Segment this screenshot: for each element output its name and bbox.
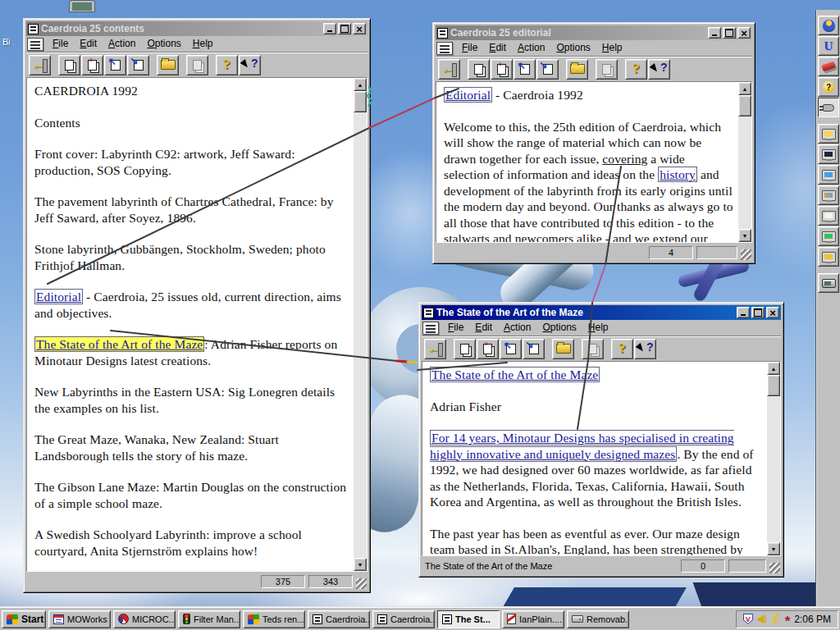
computer-arrow-button[interactable] (818, 165, 839, 185)
computer-photo-button[interactable] (818, 185, 839, 205)
copy-button[interactable] (582, 339, 604, 359)
desktop-icon-label[interactable]: Bi (2, 37, 11, 47)
menu-action[interactable]: Action (498, 321, 536, 335)
scroll-up-button[interactable] (354, 78, 367, 91)
vertical-scrollbar[interactable] (738, 82, 751, 242)
titlebar[interactable]: Caerdroia 25 editorial (436, 25, 752, 40)
link-end-button[interactable] (536, 59, 559, 80)
menu-edit[interactable]: Edit (469, 321, 498, 335)
link-end-button[interactable] (523, 339, 545, 359)
menu-edit[interactable]: Edit (74, 37, 103, 51)
task-microcosm[interactable]: MICROC... (113, 610, 176, 628)
task-state-of-art[interactable]: The St... (437, 610, 500, 628)
task-teds[interactable]: Teds ren... (243, 610, 305, 628)
task-removable[interactable]: Removab... (567, 610, 629, 628)
plug-button[interactable] (818, 98, 839, 117)
scroll-track[interactable] (767, 375, 780, 542)
start-button[interactable]: Start (2, 610, 46, 628)
magnet-button[interactable] (818, 36, 839, 56)
scroll-thumb[interactable] (767, 375, 780, 396)
back-button[interactable] (438, 59, 460, 80)
close-button[interactable] (737, 27, 751, 39)
scroll-thumb[interactable] (354, 91, 367, 112)
computer-dark-button[interactable] (818, 144, 839, 164)
menu-help[interactable]: Help (582, 321, 614, 335)
titlebar[interactable]: The State of the Art of the Maze (422, 305, 781, 320)
scroll-up-button[interactable] (767, 362, 780, 375)
scroll-down-button[interactable] (767, 542, 780, 555)
copy-button[interactable] (186, 55, 208, 75)
menu-options[interactable]: Options (536, 321, 582, 335)
link-start-button[interactable] (500, 339, 522, 359)
maximize-button[interactable] (338, 23, 351, 34)
replace-link-button[interactable] (491, 59, 513, 80)
replace-link-button[interactable] (477, 339, 499, 359)
maximize-button[interactable] (751, 307, 765, 318)
stapler-button[interactable] (818, 57, 839, 76)
menu-edit[interactable]: Edit (483, 41, 512, 55)
task-moworks[interactable]: MOWorks (48, 610, 111, 628)
open-button[interactable] (566, 59, 588, 80)
bulb-help-button[interactable] (818, 77, 839, 97)
task-filter-manager[interactable]: Filter Man... (178, 610, 240, 628)
volume-icon[interactable] (757, 614, 767, 624)
close-button[interactable] (766, 307, 779, 318)
copy-link-button[interactable] (454, 339, 476, 359)
menu-help[interactable]: Help (596, 41, 628, 55)
menu-help[interactable]: Help (187, 37, 219, 51)
scroll-track[interactable] (738, 95, 751, 229)
minimize-button[interactable] (737, 307, 750, 318)
pda-button[interactable] (818, 273, 839, 293)
minimize-button[interactable] (323, 23, 336, 34)
context-help-button[interactable] (239, 55, 261, 75)
help-button[interactable] (625, 59, 647, 80)
task-ianplain[interactable]: IanPlain.... (502, 610, 564, 628)
menu-file[interactable]: File (442, 321, 469, 335)
resize-grip[interactable] (741, 249, 751, 260)
history-link[interactable]: history (658, 167, 697, 182)
menu-action[interactable]: Action (103, 37, 141, 51)
back-button[interactable] (424, 339, 446, 359)
menu-options[interactable]: Options (141, 37, 186, 51)
vertical-scrollbar[interactable] (767, 362, 780, 555)
close-button[interactable] (353, 23, 366, 34)
computer-dollar-button[interactable] (818, 124, 839, 144)
maze-title-link[interactable]: The State of the Art of the Maze (430, 367, 600, 382)
open-button[interactable] (552, 339, 574, 359)
menu-file[interactable]: File (47, 37, 74, 51)
scroll-thumb[interactable] (738, 95, 751, 116)
editorial-link[interactable]: Editorial (34, 289, 83, 304)
bug-button[interactable] (818, 16, 839, 35)
titlebar[interactable]: Caerdroia 25 contents (26, 21, 368, 36)
replace-link-button[interactable] (81, 55, 103, 75)
editorial-link[interactable]: Editorial (444, 87, 492, 103)
resize-grip[interactable] (769, 563, 780, 573)
maximize-button[interactable] (723, 27, 736, 39)
copy-link-button[interactable] (468, 59, 490, 80)
scroll-down-button[interactable] (354, 558, 367, 571)
computer-yellow-button[interactable] (818, 247, 839, 267)
antivirus-shield-icon[interactable] (743, 614, 753, 624)
computer-doc-button[interactable] (818, 206, 839, 226)
scroll-down-button[interactable] (738, 229, 751, 242)
virus-scanner-icon[interactable] (785, 618, 791, 626)
open-button[interactable] (157, 55, 179, 75)
context-help-button[interactable] (634, 339, 656, 359)
scroll-track[interactable] (354, 91, 367, 558)
menu-options[interactable]: Options (550, 41, 596, 55)
menu-action[interactable]: Action (512, 41, 550, 55)
link-end-button[interactable] (127, 55, 149, 75)
help-button[interactable] (611, 339, 633, 359)
task-caerdroia-1[interactable]: Caerdroia... (308, 610, 370, 628)
help-button[interactable] (216, 55, 238, 75)
computer-green-button[interactable] (818, 226, 839, 246)
copy-button[interactable] (596, 59, 618, 80)
back-button[interactable] (29, 55, 51, 75)
desktop-icon-partial[interactable] (69, 0, 95, 12)
walker-icon[interactable] (771, 614, 781, 624)
menu-file[interactable]: File (456, 41, 483, 55)
state-of-the-art-link[interactable]: The State of the Art of the Maze (34, 336, 204, 352)
copy-link-button[interactable] (58, 55, 80, 75)
vertical-scrollbar[interactable] (354, 78, 367, 571)
link-start-button[interactable] (514, 59, 536, 80)
